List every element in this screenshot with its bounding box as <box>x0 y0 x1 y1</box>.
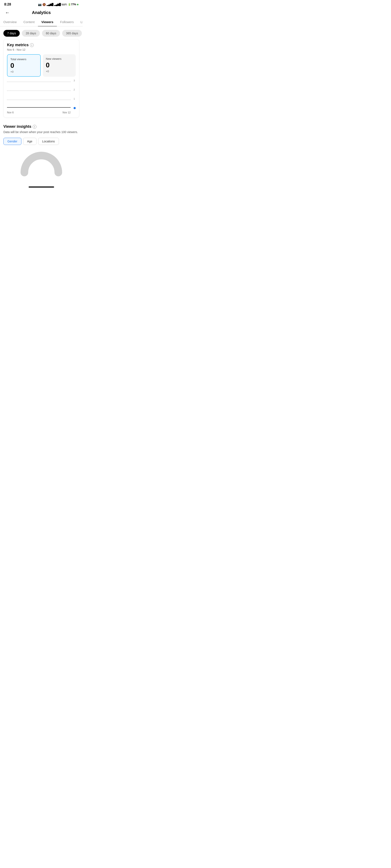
viewers-chart: 3 2 1 Nov 6 Nov 12 <box>7 80 76 114</box>
status-icons: 📷 🔕 ▂▄▆█ ▂▄▆█ WiFi 🔋77% <box>38 3 79 6</box>
donut-chart <box>20 151 63 177</box>
wifi-icon: WiFi <box>61 3 67 6</box>
signal-icon: ▂▄▆█ <box>47 3 53 6</box>
viewer-insights-info-icon[interactable]: i <box>33 125 36 129</box>
donut-chart-container <box>3 149 79 181</box>
time-filters: 7 days 28 days 60 days 365 days Cu... <box>0 27 83 39</box>
status-time: 8:28 <box>4 3 11 6</box>
main-content: Key metrics i Nov 6 - Nov 12 Total viewe… <box>0 39 83 118</box>
home-indicator <box>0 184 83 189</box>
viewer-insights-title: Viewer insights <box>3 124 31 129</box>
date-range: Nov 6 - Nov 12 <box>7 48 76 51</box>
battery-icon: 🔋77% <box>68 3 76 6</box>
total-viewers-card[interactable]: Total viewers 0 +0 <box>7 54 41 77</box>
header: ← Analytics <box>0 8 83 18</box>
key-metrics-card: Key metrics i Nov 6 - Nov 12 Total viewe… <box>3 39 79 118</box>
camera-icon: 📷 <box>38 3 41 6</box>
filter-365days[interactable]: 365 days <box>62 30 82 37</box>
insight-filter-tabs: Gender Age Locations <box>3 138 79 145</box>
new-viewers-card[interactable]: New viewers 0 +0 <box>43 54 76 77</box>
tab-content[interactable]: Content <box>20 18 38 26</box>
tab-overview[interactable]: Overview <box>0 18 20 26</box>
filter-age[interactable]: Age <box>23 138 36 145</box>
key-metrics-info-icon[interactable]: i <box>30 43 34 47</box>
tab-viewers[interactable]: Viewers <box>38 18 57 26</box>
new-viewers-change: +0 <box>46 70 73 73</box>
key-metrics-title: Key metrics <box>7 43 29 47</box>
chart-x-end: Nov 12 <box>63 111 70 114</box>
filter-28days[interactable]: 28 days <box>22 30 40 37</box>
filter-gender[interactable]: Gender <box>3 138 22 145</box>
home-indicator-bar <box>29 186 54 188</box>
filter-locations[interactable]: Locations <box>38 138 59 145</box>
signal-icon-2: ▂▄▆█ <box>54 3 61 6</box>
new-viewers-value: 0 <box>46 62 73 68</box>
filter-60days[interactable]: 60 days <box>42 30 60 37</box>
total-viewers-change: +0 <box>10 70 37 73</box>
page-title: Analytics <box>32 10 51 15</box>
battery-dot <box>77 4 79 5</box>
chart-grid-lines: 3 2 1 <box>7 80 70 107</box>
filter-7days[interactable]: 7 days <box>3 30 20 37</box>
chart-x-start: Nov 6 <box>7 111 13 114</box>
tab-live[interactable]: LIVE <box>77 18 83 26</box>
chart-x-labels: Nov 6 Nov 12 <box>7 111 70 114</box>
total-viewers-label: Total viewers <box>10 58 37 61</box>
status-bar: 8:28 📷 🔕 ▂▄▆█ ▂▄▆█ WiFi 🔋77% <box>0 0 83 8</box>
chart-label-3: 3 <box>73 79 75 82</box>
mute-icon: 🔕 <box>42 3 46 6</box>
viewer-insights-description: Data will be shown when your post reache… <box>3 130 79 134</box>
total-viewers-value: 0 <box>10 62 37 69</box>
viewer-insights-section: Viewer insights i Data will be shown whe… <box>0 121 83 184</box>
chart-label-1: 1 <box>73 97 75 100</box>
back-button[interactable]: ← <box>4 9 10 16</box>
metric-cards: Total viewers 0 +0 New viewers 0 +0 <box>7 54 76 77</box>
chart-baseline <box>7 107 70 107</box>
chart-end-dot <box>73 107 76 109</box>
new-viewers-label: New viewers <box>46 57 73 60</box>
tab-navigation: Overview Content Viewers Followers LIVE <box>0 18 83 27</box>
tab-followers[interactable]: Followers <box>57 18 77 26</box>
chart-label-2: 2 <box>73 88 75 91</box>
